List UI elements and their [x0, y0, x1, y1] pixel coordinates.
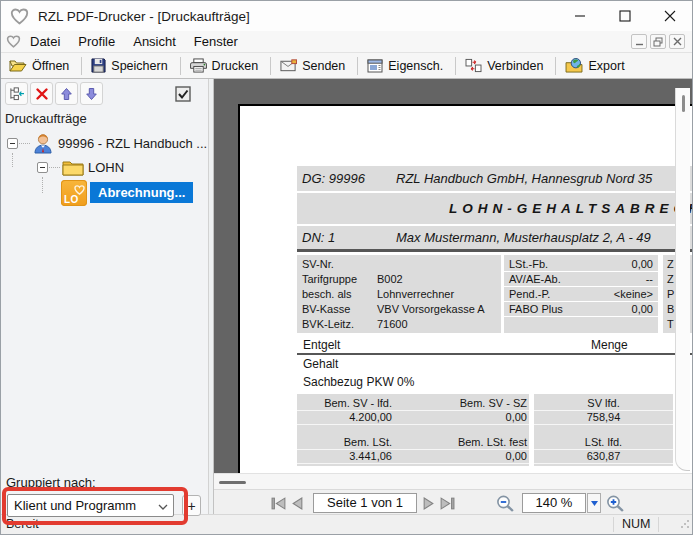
collapse-toggle-icon[interactable]	[7, 138, 18, 149]
toolbar-separator	[357, 57, 358, 75]
dn-label: DN: 1	[297, 230, 396, 245]
tree-item-client[interactable]: 99996 - RZL Handbuch ...	[58, 136, 207, 151]
payslip-column-headers: Entgelt Menge	[297, 336, 692, 355]
select-all-checkbox[interactable]	[175, 86, 191, 102]
info-label: BV-Kasse	[297, 302, 377, 317]
tree-row-client: 99996 - RZL Handbuch ...	[1, 131, 208, 155]
export-button[interactable]: Export	[559, 56, 633, 75]
last-page-button[interactable]	[439, 497, 455, 510]
properties-window-icon	[367, 59, 383, 73]
info-label: LSt.-Fb.	[504, 257, 632, 271]
maximize-button[interactable]	[602, 1, 647, 31]
tree-item-job-selected[interactable]: Abrechnung...	[90, 182, 193, 203]
zoom-in-button[interactable]	[605, 494, 626, 513]
menu-fenster[interactable]: Fenster	[185, 34, 247, 49]
dg-label: DG: 99996	[297, 171, 396, 186]
group-by-label: Gruppiert nach:	[6, 475, 96, 490]
heart-icon	[74, 181, 85, 199]
mdi-close-button[interactable]	[669, 34, 685, 49]
payslip-employer-row: DG: 99996 RZL Handbuch GmbH, Hannesgrub …	[297, 166, 692, 191]
main-toolbar: Öffnen Speichern Drucken Senden Eigensch…	[1, 53, 692, 79]
info-label: Z	[667, 257, 674, 272]
save-button[interactable]: Speichern	[85, 56, 176, 75]
window-title: RZL PDF-Drucker - [Druckaufträge]	[38, 9, 250, 24]
resize-grip[interactable]	[680, 518, 690, 532]
zoom-level-input[interactable]: 140 %	[522, 493, 586, 513]
payslip-title-row: LOHN-GEHALTSABRECHNUNG	[297, 193, 692, 224]
zoom-out-button[interactable]	[495, 494, 516, 513]
group-by-select[interactable]: Klient und Programm	[7, 494, 174, 517]
open-folder-icon	[9, 59, 27, 73]
page-indicator[interactable]: Seite 1 von 1	[313, 493, 417, 513]
toolbar-separator	[455, 57, 456, 75]
summary-label: Bem. SV - SZ	[394, 397, 529, 411]
move-down-button[interactable]	[80, 82, 103, 105]
summary-value: 0,00	[394, 411, 529, 425]
folder-icon	[62, 159, 84, 176]
group-tree-button[interactable]	[5, 82, 28, 105]
mdi-minimize-button[interactable]	[631, 34, 647, 49]
info-box-left: SV-Nr. TarifgruppeB002 besch. alsLohnver…	[297, 255, 501, 333]
horizontal-scrollbar-thumb[interactable]	[219, 481, 246, 484]
export-label: Export	[588, 59, 624, 73]
properties-button[interactable]: Eigensch.	[361, 57, 452, 75]
summary-value: 3.441,06	[297, 450, 394, 464]
info-label: BVK-Leitz.	[297, 317, 377, 332]
menu-profile[interactable]: Profile	[69, 34, 124, 49]
mdi-restore-button[interactable]	[650, 34, 666, 49]
close-button[interactable]	[647, 1, 692, 31]
summary-value: 630,87	[534, 450, 673, 464]
open-label: Öffnen	[32, 59, 69, 73]
tree-item-folder[interactable]: LOHN	[88, 160, 124, 175]
info-value: 71600	[377, 317, 408, 332]
payslip-content: DG: 99996 RZL Handbuch GmbH, Hannesgrub …	[297, 166, 692, 466]
tree-connector	[49, 167, 60, 168]
info-value: 0,00	[632, 257, 658, 271]
connect-button[interactable]: Verbinden	[459, 56, 552, 75]
move-up-button[interactable]	[55, 82, 78, 105]
num-lock-indicator: NUM	[622, 517, 650, 531]
connect-label: Verbinden	[487, 59, 543, 73]
minimize-button[interactable]	[557, 1, 602, 31]
next-page-button[interactable]	[422, 497, 435, 510]
info-label: Tarifgruppe	[297, 272, 377, 287]
first-page-button[interactable]	[271, 497, 287, 510]
toolbar-separator	[555, 57, 556, 75]
info-label: AV/AE-Ab.	[504, 272, 646, 286]
status-separator	[658, 517, 659, 532]
open-button[interactable]: Öffnen	[3, 57, 78, 75]
vertical-scrollbar[interactable]	[675, 88, 690, 471]
col-menge: Menge	[591, 338, 628, 352]
summary-value: 758,94	[534, 411, 673, 425]
vertical-scrollbar-thumb[interactable]	[682, 95, 685, 112]
horizontal-scrollbar[interactable]	[214, 473, 692, 489]
tree-connector	[42, 177, 43, 193]
chevron-down-icon	[158, 498, 168, 513]
info-value: 0,00	[632, 302, 658, 316]
add-group-button[interactable]: +	[182, 495, 201, 516]
group-by-value: Klient und Programm	[14, 498, 158, 513]
info-label: SV-Nr.	[297, 257, 377, 272]
info-label: Z	[667, 272, 674, 287]
sidebar-toolbar	[1, 79, 208, 107]
info-box-middle: LSt.-Fb.0,00 AV/AE-Ab.-- Pend.-P.<keine>…	[504, 255, 658, 333]
print-button[interactable]: Drucken	[184, 56, 268, 75]
status-separator	[613, 517, 614, 532]
collapse-toggle-icon[interactable]	[37, 162, 48, 173]
info-value: VBV Vorsorgekasse A	[377, 302, 485, 317]
client-person-icon	[32, 132, 54, 154]
toolbar-separator	[180, 57, 181, 75]
toolbar-separator	[81, 57, 82, 75]
info-value: Lohnverrechner	[377, 287, 454, 302]
menu-ansicht[interactable]: Ansicht	[124, 34, 185, 49]
payslip-title: LOHN-GEHALTSABRECHNUNG	[449, 201, 692, 216]
send-button[interactable]: Senden	[274, 57, 354, 75]
menu-datei[interactable]: Datei	[21, 34, 69, 49]
info-value: --	[646, 272, 658, 286]
tree-row-folder: LOHN	[1, 155, 208, 179]
status-text: Bereit	[6, 517, 39, 531]
summary-label: LSt. lfd.	[534, 436, 673, 450]
prev-page-button[interactable]	[291, 497, 304, 510]
delete-job-button[interactable]	[30, 82, 53, 105]
zoom-dropdown-button[interactable]	[587, 493, 601, 513]
